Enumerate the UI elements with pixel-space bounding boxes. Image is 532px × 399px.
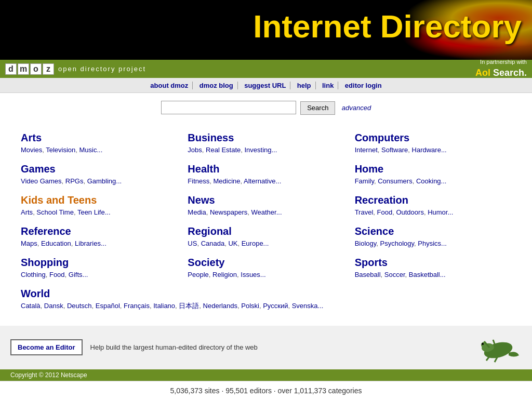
stats-footer: 5,036,373 sites · 95,501 editors · over …: [0, 381, 532, 399]
regional-sub-canada[interactable]: Canada: [201, 240, 225, 247]
world-sub-deutsch[interactable]: Deutsch: [67, 302, 92, 310]
news-sub-weather[interactable]: Weather...: [251, 208, 282, 216]
world-sub-russian[interactable]: Русский: [263, 302, 288, 310]
advanced-search-link[interactable]: advanced: [342, 104, 371, 112]
category-society-subs: People, Religion, Issues...: [188, 270, 344, 280]
category-shopping-title[interactable]: Shopping: [21, 257, 69, 269]
dmoz-blog-link[interactable]: dmoz blog: [195, 82, 238, 89]
category-kids-title[interactable]: Kids and Teens: [21, 194, 97, 206]
business-sub-realestate[interactable]: Real Estate: [206, 146, 241, 154]
category-news-title[interactable]: News: [188, 194, 215, 206]
computers-sub-internet[interactable]: Internet: [355, 146, 378, 154]
category-kids-subs: Arts, School Time, Teen Life...: [21, 208, 177, 217]
category-computers-title[interactable]: Computers: [355, 132, 410, 144]
category-world: World Català, Dansk, Deutsch, Español, F…: [16, 284, 516, 315]
category-business-subs: Jobs, Real Estate, Investing...: [188, 145, 344, 155]
home-sub-family[interactable]: Family: [355, 177, 374, 185]
world-sub-italiano[interactable]: Italiano: [153, 302, 175, 310]
home-sub-cooking[interactable]: Cooking...: [416, 177, 447, 185]
page-header: Internet Directory: [0, 0, 532, 60]
category-society-title[interactable]: Society: [188, 257, 224, 269]
search-input[interactable]: [161, 101, 296, 114]
computers-sub-software[interactable]: Software: [381, 146, 408, 154]
help-link[interactable]: help: [293, 82, 316, 89]
about-dmoz-link[interactable]: about dmoz: [146, 82, 193, 89]
reference-sub-education[interactable]: Education: [41, 240, 71, 247]
arts-sub-television[interactable]: Television: [46, 146, 75, 154]
world-sub-japanese[interactable]: 日本語: [179, 302, 199, 310]
science-sub-psychology[interactable]: Psychology: [380, 240, 415, 247]
sports-sub-soccer[interactable]: Soccer: [384, 271, 405, 278]
category-sports-title[interactable]: Sports: [355, 257, 388, 269]
category-games-title[interactable]: Games: [21, 163, 56, 175]
world-sub-svenska[interactable]: Svenska...: [292, 302, 324, 310]
arts-sub-movies[interactable]: Movies: [21, 146, 42, 154]
search-button[interactable]: Search: [300, 101, 335, 115]
reference-sub-libraries[interactable]: Libraries...: [75, 240, 107, 247]
health-sub-alternative[interactable]: Alternative...: [244, 177, 281, 185]
category-regional-title[interactable]: Regional: [188, 225, 231, 237]
sports-sub-baseball[interactable]: Baseball: [355, 271, 381, 278]
regional-sub-us[interactable]: US: [188, 240, 197, 247]
kids-sub-arts[interactable]: Arts: [21, 208, 33, 216]
recreation-sub-outdoors[interactable]: Outdoors: [396, 208, 423, 216]
category-business-title[interactable]: Business: [188, 132, 234, 144]
science-sub-physics[interactable]: Physics...: [418, 240, 447, 247]
category-recreation-subs: Travel, Food, Outdoors, Humor...: [355, 208, 511, 217]
world-sub-dansk[interactable]: Dansk: [44, 302, 63, 310]
society-sub-issues[interactable]: Issues...: [241, 271, 265, 278]
main-content: Arts Movies, Television, Music... Busine…: [0, 123, 532, 326]
category-recreation-title[interactable]: Recreation: [355, 194, 408, 206]
dmoz-letter-d: d: [5, 63, 17, 75]
regional-sub-europe[interactable]: Europe...: [242, 240, 269, 247]
kids-sub-teenlife[interactable]: Teen Life...: [77, 208, 111, 216]
reference-sub-maps[interactable]: Maps: [21, 240, 37, 247]
science-sub-biology[interactable]: Biology: [355, 240, 377, 247]
business-sub-jobs[interactable]: Jobs: [188, 146, 202, 154]
category-health: Health Fitness, Medicine, Alternative...: [182, 159, 349, 190]
society-sub-religion[interactable]: Religion: [212, 271, 237, 278]
kids-sub-schooltime[interactable]: School Time: [36, 208, 74, 216]
games-sub-rpgs[interactable]: RPGs: [65, 177, 84, 185]
editor-section: Become an Editor Help build the largest …: [0, 326, 532, 369]
category-home-title[interactable]: Home: [355, 163, 384, 175]
health-sub-fitness[interactable]: Fitness: [188, 177, 209, 185]
dmoz-letter-m: m: [18, 63, 29, 75]
computers-sub-hardware[interactable]: Hardware...: [412, 146, 447, 154]
recreation-sub-food[interactable]: Food: [377, 208, 393, 216]
world-sub-catala[interactable]: Català: [21, 302, 41, 310]
home-sub-consumers[interactable]: Consumers: [378, 177, 412, 185]
become-editor-button[interactable]: Become an Editor: [10, 339, 83, 355]
games-sub-videogames[interactable]: Video Games: [21, 177, 62, 185]
world-sub-francais[interactable]: Français: [124, 302, 150, 310]
health-sub-medicine[interactable]: Medicine: [213, 177, 240, 185]
category-world-title[interactable]: World: [21, 288, 50, 300]
suggest-url-link[interactable]: suggest URL: [240, 82, 290, 89]
shopping-sub-clothing[interactable]: Clothing: [21, 271, 46, 278]
category-arts-title[interactable]: Arts: [21, 132, 42, 144]
category-science-title[interactable]: Science: [355, 225, 394, 237]
news-sub-media[interactable]: Media: [188, 208, 206, 216]
news-sub-newspapers[interactable]: Newspapers: [210, 208, 247, 216]
category-recreation: Recreation Travel, Food, Outdoors, Humor…: [350, 190, 516, 221]
editor-login-link[interactable]: editor login: [341, 82, 386, 89]
category-reference-title[interactable]: Reference: [21, 225, 71, 237]
world-sub-polski[interactable]: Polski: [241, 302, 259, 310]
gecko-image: [470, 332, 522, 363]
sports-sub-basketball[interactable]: Basketball...: [409, 271, 446, 278]
shopping-sub-food[interactable]: Food: [49, 271, 65, 278]
regional-sub-uk[interactable]: UK: [228, 240, 237, 247]
games-sub-gambling[interactable]: Gambling...: [87, 177, 122, 185]
shopping-sub-gifts[interactable]: Gifts...: [69, 271, 88, 278]
business-sub-investing[interactable]: Investing...: [244, 146, 277, 154]
link-link[interactable]: link: [318, 82, 338, 89]
category-health-title[interactable]: Health: [188, 163, 219, 175]
category-arts: Arts Movies, Television, Music...: [16, 128, 182, 159]
recreation-sub-travel[interactable]: Travel: [355, 208, 374, 216]
category-news: News Media, Newspapers, Weather...: [182, 190, 349, 221]
arts-sub-music[interactable]: Music...: [79, 146, 103, 154]
society-sub-people[interactable]: People: [188, 271, 208, 278]
recreation-sub-humor[interactable]: Humor...: [428, 208, 453, 216]
world-sub-nederlands[interactable]: Nederlands: [203, 302, 238, 310]
world-sub-espanol[interactable]: Español: [96, 302, 120, 310]
